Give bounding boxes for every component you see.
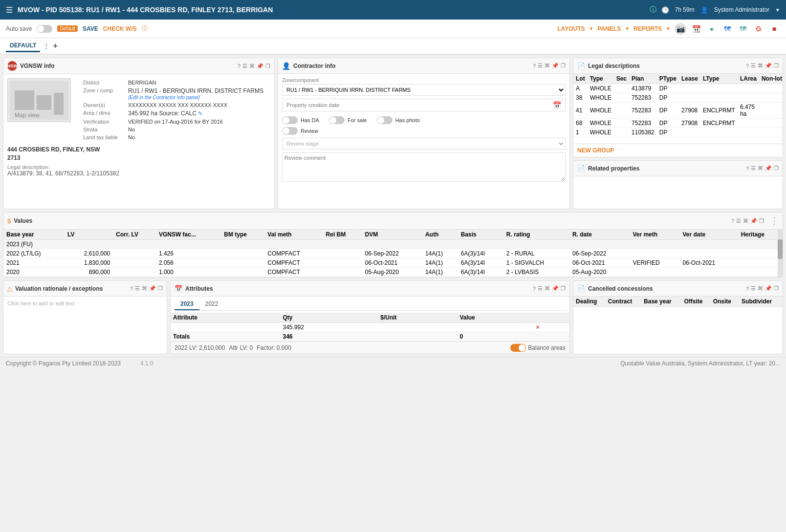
val-rat-filter-icon[interactable]: ☰ (135, 285, 140, 292)
review-stage-select[interactable]: Review stage (282, 138, 566, 149)
related-grid-icon[interactable]: ⌘ (758, 165, 763, 171)
val-rat-expand-icon[interactable]: ❐ (158, 285, 163, 292)
check-wis-button[interactable]: CHECK W/S (103, 25, 137, 32)
valuation-rationale-body[interactable]: Click here to add or edit text (3, 297, 167, 336)
strata-value: No (127, 126, 269, 133)
attr-filter-icon[interactable]: ☰ (538, 285, 543, 292)
camera-icon[interactable]: 📷 (675, 23, 686, 35)
svg-text:Map view: Map view (15, 112, 40, 119)
review-toggle[interactable] (282, 127, 298, 135)
attr-expand-icon[interactable]: ❐ (561, 285, 566, 292)
attr-delete-btn[interactable]: ✕ (533, 323, 569, 332)
legal-desc-grid-icon[interactable]: ⌘ (758, 63, 763, 69)
reports-arrow[interactable]: ▼ (666, 26, 671, 31)
values-scrollbar[interactable] (778, 230, 783, 277)
col-base-year: Base year (3, 230, 65, 240)
for-sale-toggle[interactable] (329, 116, 345, 124)
reports-button[interactable]: REPORTS (633, 25, 662, 32)
attr-tab-2022[interactable]: 2022 (199, 298, 224, 310)
tab-dots[interactable]: ⋮ (43, 42, 50, 50)
save-button[interactable]: SAVE (83, 25, 98, 32)
values-filter-icon[interactable]: ☰ (736, 218, 741, 224)
related-filter-icon[interactable]: ☰ (751, 165, 756, 171)
contractor-help-icon[interactable]: ? (533, 63, 536, 69)
has-photo-toggle[interactable] (377, 116, 393, 124)
legal-desc-expand-icon[interactable]: ❐ (774, 63, 779, 69)
cancelled-filter-icon[interactable]: ☰ (751, 285, 756, 292)
legal-descriptions-table: Lot Type Sec Plan PType Lease LType LAre… (573, 74, 783, 137)
cancelled-grid-icon[interactable]: ⌘ (758, 285, 763, 292)
related-expand-icon[interactable]: ❐ (774, 165, 779, 171)
vgnsw-filter-icon[interactable]: ☰ (242, 63, 247, 69)
map2-icon[interactable]: 🗺 (737, 23, 749, 35)
legal-desc-row: 68WHOLE752283DP27908ENCLPRMT (573, 119, 783, 128)
area-edit-icon[interactable]: ✎ (198, 110, 202, 116)
val-rat-pin-icon[interactable]: 📌 (149, 285, 156, 292)
val-rat-grid-icon[interactable]: ⌘ (142, 285, 147, 292)
contractor-filter-icon[interactable]: ☰ (538, 63, 543, 69)
calendar-icon[interactable]: 📅 (553, 101, 561, 109)
cancelled-expand-icon[interactable]: ❐ (774, 285, 779, 292)
legal-desc-filter-icon[interactable]: ☰ (751, 63, 756, 69)
contractor-expand-icon[interactable]: ❐ (561, 63, 566, 69)
vgnsw-help-icon[interactable]: ? (238, 63, 240, 69)
attr-tab-2023[interactable]: 2023 (175, 298, 199, 310)
values-pin-icon[interactable]: 📌 (750, 218, 757, 224)
legal-desc-help-icon[interactable]: ? (746, 63, 749, 69)
property-creation-date-input[interactable] (286, 102, 553, 108)
legal-desc-panel-header: 📄 Legal descriptions ? ☰ ⌘ 📌 ❐ (573, 58, 783, 74)
review-comment-textarea[interactable] (282, 152, 566, 182)
for-sale-toggle-item: For sale (329, 116, 367, 124)
zone-component-select[interactable]: RU1 / RW1 - BERRIQUIN IRRN. DISTRICT FAR… (282, 84, 566, 96)
col-ptype: PType (657, 74, 679, 84)
google-icon[interactable]: G (753, 23, 764, 35)
hamburger-menu[interactable]: ☰ (6, 5, 13, 15)
tree-icon[interactable]: 📆 (690, 23, 702, 35)
contractor-panel-icons: ? ☰ ⌘ 📌 ❐ (533, 63, 566, 69)
toolbar-info-icon[interactable]: ⓘ (142, 24, 148, 33)
values-column-handle[interactable]: ⋮ (770, 215, 779, 226)
legal-desc-pin-icon[interactable]: 📌 (765, 63, 772, 69)
attr-help-icon[interactable]: ? (533, 286, 536, 292)
totals-value: 0 (457, 332, 533, 341)
layouts-arrow[interactable]: ▼ (589, 26, 593, 31)
vgnsw-expand-icon[interactable]: ❐ (265, 63, 270, 69)
new-group-button[interactable]: NEW GROUP (573, 144, 783, 157)
related-pin-icon[interactable]: 📌 (765, 165, 772, 171)
values-help-icon[interactable]: ? (731, 218, 734, 224)
values-grid-icon[interactable]: ⌘ (743, 218, 748, 224)
attr-pin-icon[interactable]: 📌 (552, 285, 559, 292)
dropdown-arrow[interactable]: ▼ (775, 7, 780, 13)
attr-dollar-unit (378, 323, 457, 332)
tab-default[interactable]: DEFAULT (6, 40, 40, 52)
val-rat-help-icon[interactable]: ? (130, 286, 133, 292)
auto-save-toggle[interactable] (37, 25, 52, 33)
vgnsw-pin-icon[interactable]: 📌 (257, 63, 263, 69)
values-expand-icon[interactable]: ❐ (759, 218, 764, 224)
leaf-icon[interactable]: ● (706, 23, 718, 35)
has-photo-label: Has photo (395, 117, 420, 123)
panels-arrow[interactable]: ▼ (625, 26, 630, 31)
red-icon[interactable]: ■ (768, 23, 780, 35)
values-table-wrapper: Base year LV Corr. LV VGNSW fac... BM ty… (3, 230, 783, 277)
cancelled-col-subdivider: Subdivider (739, 297, 783, 307)
cancelled-help-icon[interactable]: ? (746, 286, 749, 292)
tab-add[interactable]: + (53, 42, 57, 50)
vgnsw-grid-icon[interactable]: ⌘ (249, 63, 255, 69)
panels-button[interactable]: PANELS (597, 25, 621, 32)
attr-col-qty: Qty (280, 313, 378, 323)
map1-icon[interactable]: 🗺 (721, 23, 733, 35)
layouts-button[interactable]: LAYOUTS (557, 25, 585, 32)
related-help-icon[interactable]: ? (746, 166, 749, 171)
attr-grid-icon[interactable]: ⌘ (545, 285, 550, 292)
col-lv: LV (65, 230, 113, 240)
cancelled-pin-icon[interactable]: 📌 (765, 285, 772, 292)
info-icon[interactable]: ⓘ (650, 5, 656, 14)
zone-edit-note: (Edit in the Contractor info panel) (128, 95, 200, 100)
balance-areas-toggle[interactable] (510, 344, 526, 352)
toggle-row: Has DA For sale Has photo (282, 116, 566, 124)
contractor-grid-icon[interactable]: ⌘ (545, 63, 550, 69)
col-vgnsw-fac: VGNSW fac... (156, 230, 221, 240)
has-da-toggle[interactable] (282, 116, 298, 124)
contractor-pin-icon[interactable]: 📌 (552, 63, 559, 69)
